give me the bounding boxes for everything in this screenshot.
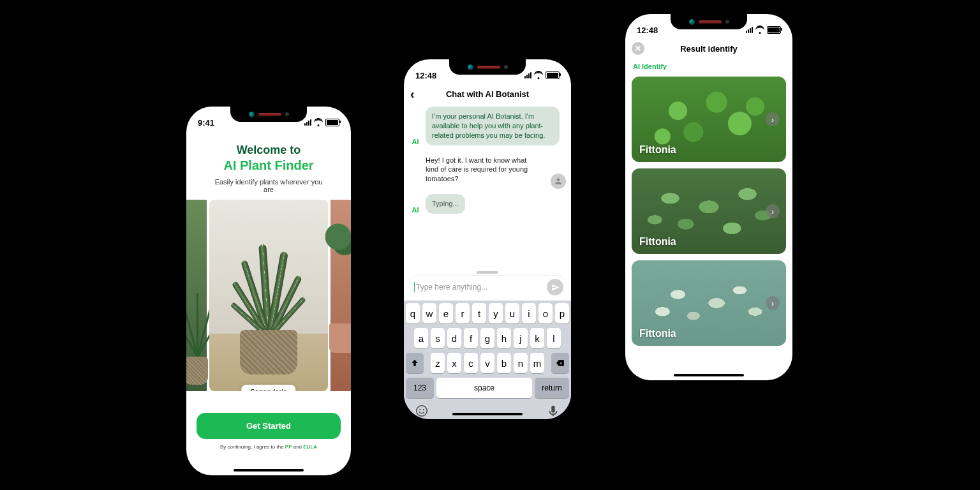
key-q[interactable]: q xyxy=(406,303,420,323)
home-indicator[interactable] xyxy=(452,413,523,415)
signal-icon xyxy=(746,27,753,33)
welcome-screen: 9:41 Welcome to AI Plant Finder Easily i… xyxy=(186,107,351,475)
key-w[interactable]: w xyxy=(422,303,436,323)
hero-carousel[interactable]: Sansevieria xyxy=(186,200,351,391)
shift-key[interactable] xyxy=(406,353,424,373)
close-button[interactable]: ✕ xyxy=(632,42,644,55)
chevron-right-icon[interactable]: › xyxy=(766,112,780,126)
key-u[interactable]: u xyxy=(505,303,519,323)
send-button[interactable] xyxy=(547,279,563,295)
battery-icon xyxy=(546,71,560,79)
key-n[interactable]: n xyxy=(514,353,528,373)
key-v[interactable]: v xyxy=(480,353,494,373)
svg-point-1 xyxy=(419,409,420,410)
result-card[interactable]: Fittonia › xyxy=(632,77,786,162)
key-p[interactable]: p xyxy=(555,303,569,323)
privacy-policy-link[interactable]: PP xyxy=(285,444,292,450)
screen-title: Result identify xyxy=(680,44,738,54)
key-s[interactable]: s xyxy=(431,328,445,348)
backspace-key[interactable] xyxy=(551,353,569,373)
welcome-heading-1: Welcome to xyxy=(197,144,341,158)
notch xyxy=(230,107,307,122)
space-key[interactable]: space xyxy=(436,378,532,398)
emoji-key[interactable] xyxy=(415,404,429,418)
plant-name-badge: Sansevieria xyxy=(241,385,295,391)
key-a[interactable]: a xyxy=(414,328,428,348)
ai-avatar-label: AI xyxy=(409,206,422,214)
input-placeholder: Type here anything... xyxy=(416,283,547,292)
key-z[interactable]: z xyxy=(431,353,445,373)
user-message: Hey! I got it. I want to know what kind … xyxy=(419,151,547,189)
svg-point-2 xyxy=(423,409,424,410)
back-button[interactable]: ‹ xyxy=(410,87,415,100)
home-indicator[interactable] xyxy=(234,469,304,471)
keyboard[interactable]: qwertyuiop asdfghjkl zxcvbnm 123 space r… xyxy=(404,301,571,419)
user-avatar-icon xyxy=(551,174,566,189)
message-input[interactable]: Type here anything... xyxy=(408,275,567,299)
key-f[interactable]: f xyxy=(464,328,478,348)
screen-title: Chat with AI Botanist xyxy=(446,89,529,99)
eula-link[interactable]: EULA xyxy=(303,444,317,450)
legal-text: By continuing, I agree to the PP and EUL… xyxy=(197,444,341,450)
hero-plant-image: Sansevieria xyxy=(209,200,328,391)
wifi-icon xyxy=(755,27,764,34)
chat-messages[interactable]: AI I'm your personal AI Botanist. I'm av… xyxy=(409,107,566,219)
result-name: Fittonia xyxy=(639,328,676,339)
key-c[interactable]: c xyxy=(464,353,478,373)
signal-icon xyxy=(524,72,531,78)
key-e[interactable]: e xyxy=(439,303,453,323)
key-k[interactable]: k xyxy=(530,328,544,348)
signal-icon xyxy=(304,119,311,126)
key-m[interactable]: m xyxy=(530,353,544,373)
welcome-heading-2: AI Plant Finder xyxy=(197,158,341,173)
section-heading: AI Identify xyxy=(633,63,667,70)
key-h[interactable]: h xyxy=(497,328,511,348)
notch xyxy=(449,59,526,75)
carousel-next-peek xyxy=(330,200,351,391)
notch xyxy=(671,14,747,29)
return-key[interactable]: return xyxy=(535,378,569,398)
sheet-grabber[interactable] xyxy=(477,271,498,274)
wifi-icon xyxy=(314,119,323,126)
result-card[interactable]: Fittonia › xyxy=(632,168,786,254)
result-name: Fittonia xyxy=(639,144,676,156)
key-r[interactable]: r xyxy=(456,303,470,323)
chat-screen: 12:48 ‹ Chat with AI Botanist AI I'm you… xyxy=(404,59,571,419)
key-l[interactable]: l xyxy=(547,328,561,348)
battery-icon xyxy=(767,26,781,34)
key-b[interactable]: b xyxy=(497,353,511,373)
home-indicator[interactable] xyxy=(674,374,744,376)
result-name: Fittonia xyxy=(639,236,676,248)
status-time: 12:48 xyxy=(637,26,658,35)
bot-message: I'm your personal AI Botanist. I'm avail… xyxy=(426,107,560,145)
battery-icon xyxy=(325,119,339,126)
typing-indicator: Typing... xyxy=(426,194,465,214)
result-card[interactable]: Fittonia › xyxy=(632,260,786,346)
chevron-right-icon[interactable]: › xyxy=(766,204,780,218)
carousel-prev-peek xyxy=(186,200,207,391)
results-screen: 12:48 ✕ Result identify AI Identify Fitt… xyxy=(625,14,792,380)
status-time: 12:48 xyxy=(415,71,436,80)
key-d[interactable]: d xyxy=(447,328,461,348)
status-time: 9:41 xyxy=(198,118,214,128)
welcome-subtitle: Easily identify plants wherever you are xyxy=(211,178,326,193)
chevron-right-icon[interactable]: › xyxy=(766,296,780,310)
key-t[interactable]: t xyxy=(472,303,486,323)
key-j[interactable]: j xyxy=(514,328,528,348)
key-g[interactable]: g xyxy=(480,328,494,348)
mic-key[interactable] xyxy=(546,404,560,418)
wifi-icon xyxy=(534,72,543,79)
key-o[interactable]: o xyxy=(538,303,553,323)
result-list[interactable]: Fittonia › Fittonia › Fittonia › xyxy=(632,77,786,369)
key-i[interactable]: i xyxy=(522,303,536,323)
get-started-button[interactable]: Get Started xyxy=(197,413,341,439)
svg-point-0 xyxy=(417,406,427,417)
numbers-key[interactable]: 123 xyxy=(406,378,434,398)
key-x[interactable]: x xyxy=(447,353,461,373)
key-y[interactable]: y xyxy=(489,303,503,323)
ai-avatar-label: AI xyxy=(409,138,422,145)
